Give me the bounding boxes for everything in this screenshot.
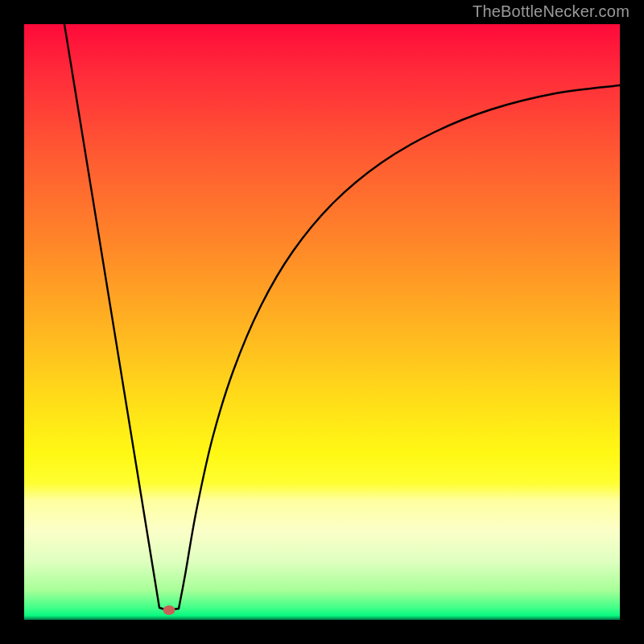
curve-svg: [24, 24, 620, 620]
curve-left-segment: [64, 24, 179, 610]
curve-right-segment: [179, 85, 620, 609]
watermark-text: TheBottleNecker.com: [473, 2, 630, 21]
min-marker-dot: [163, 605, 175, 615]
plot-area: [24, 24, 620, 620]
chart-frame: TheBottleNecker.com: [0, 0, 644, 644]
